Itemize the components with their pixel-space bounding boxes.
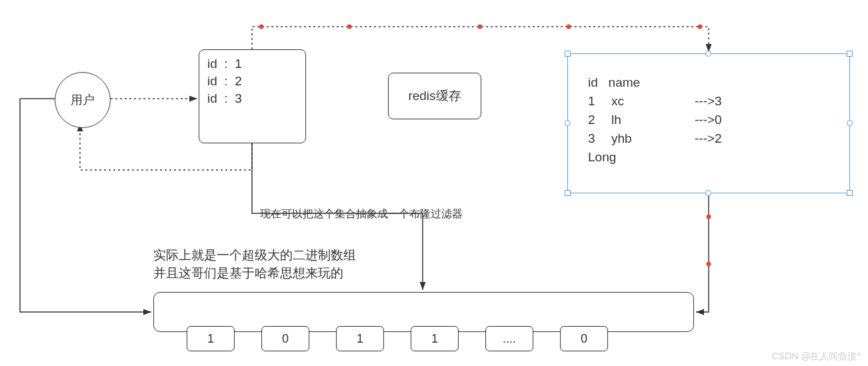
svg-point-4: [567, 25, 571, 29]
redis-label: redis缓存: [408, 87, 461, 105]
bit-cell-4: ....: [485, 326, 533, 351]
db-box[interactable]: id name 1 xc --->3 2 lh --->0 3 yhb --->…: [567, 53, 850, 193]
svg-point-2: [347, 25, 352, 29]
db-row-name-2: yhb: [611, 130, 632, 148]
db-header: id name: [588, 74, 640, 92]
binary-array-annotation: 实际上就是一个超级大的二进制数组 并且这哥们是基于哈希思想来玩的: [153, 247, 356, 282]
svg-point-5: [698, 25, 703, 29]
db-row-hash-2: --->2: [695, 130, 722, 148]
db-row-hash-0: --->3: [695, 93, 722, 111]
id-list-line2: id : 2: [207, 73, 242, 91]
bit-cell-0: 1: [187, 326, 235, 351]
db-row-id-0: 1: [588, 93, 595, 111]
db-row-id-1: 2: [588, 111, 595, 129]
bit-cell-2: 1: [336, 326, 384, 351]
id-list-line3: id : 3: [207, 90, 242, 108]
bit-cell-3: 1: [411, 326, 459, 351]
id-list-line1: id : 1: [207, 55, 242, 73]
db-row-id-2: 3: [588, 130, 595, 148]
id-list-box: id : 1 id : 2 id : 3: [199, 49, 306, 143]
bit-cell-5: 0: [560, 326, 608, 351]
svg-point-8: [707, 262, 711, 267]
bloom-annotation: 现在可以把这个集合抽象成一个布隆过滤器: [260, 207, 463, 221]
db-row-name-1: lh: [611, 111, 621, 129]
redis-cache-box: redis缓存: [388, 73, 481, 119]
watermark: CSDN @在人间负债^: [772, 351, 861, 363]
db-row-name-0: xc: [611, 93, 624, 111]
db-row-name-3: Long: [588, 149, 616, 167]
svg-point-7: [707, 215, 711, 219]
svg-point-1: [259, 25, 264, 29]
user-node: 用户: [55, 72, 111, 128]
user-label: 用户: [71, 92, 95, 108]
db-row-hash-1: --->0: [695, 111, 722, 129]
bit-cell-1: 0: [261, 326, 309, 351]
svg-point-3: [478, 25, 483, 29]
